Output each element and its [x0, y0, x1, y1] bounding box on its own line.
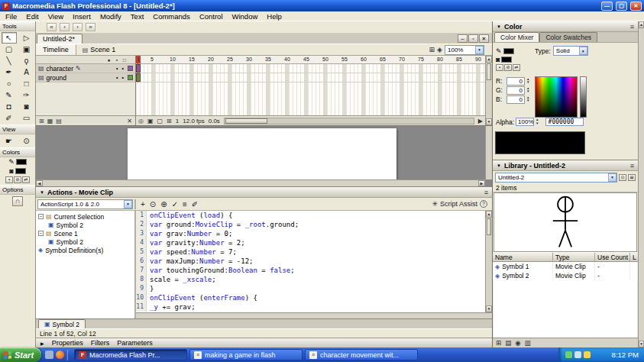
actions-panel-header[interactable]: ▼ Actions - Movie Clip ≡: [36, 187, 492, 198]
code-hscrollbar[interactable]: [136, 312, 492, 318]
no-color-icon[interactable]: ⊘: [14, 176, 21, 183]
code-line[interactable]: 9}: [136, 284, 485, 293]
code-line[interactable]: 5var speed:Number = 7;: [136, 247, 485, 257]
document-tab[interactable]: Untitled-2*: [37, 34, 83, 44]
new-library-window-icon[interactable]: ⊞: [628, 174, 636, 181]
code-line[interactable]: 3var grav:Number = 0;: [136, 229, 485, 238]
menu-text[interactable]: Text: [126, 12, 148, 21]
scroll-left-icon[interactable]: ◀: [36, 180, 43, 186]
fill-color-swatch[interactable]: [501, 57, 512, 63]
alpha-input[interactable]: 100%: [516, 118, 534, 126]
new-symbol-icon[interactable]: ⊞: [496, 339, 501, 347]
find-icon[interactable]: ⊙: [150, 200, 156, 208]
start-button[interactable]: Start: [0, 347, 41, 362]
layer-outline-color[interactable]: [128, 75, 133, 80]
code-line[interactable]: 11_y += grav;: [136, 302, 485, 312]
minimize-button[interactable]: —: [601, 2, 613, 11]
stage-vscrollbar[interactable]: [485, 126, 492, 179]
fill-type-select[interactable]: Solid ▼: [553, 46, 588, 56]
taskbar-task[interactable]: ≡character movement wit...: [305, 349, 418, 360]
menu-window[interactable]: Window: [228, 12, 263, 21]
quick-launch-icon[interactable]: [56, 351, 64, 359]
tray-icon[interactable]: [584, 351, 591, 358]
delete-item-icon[interactable]: ▥: [525, 339, 531, 347]
column-name[interactable]: Name: [493, 253, 553, 261]
new-folder-icon[interactable]: ▤: [505, 339, 511, 347]
quick-launch-icon[interactable]: [45, 351, 53, 359]
swap-colors-icon[interactable]: ⇄: [22, 176, 30, 183]
pen-tool-icon[interactable]: ✒: [2, 66, 17, 78]
script-assist-button[interactable]: ✳ Script Assist ?: [432, 200, 487, 208]
layer-name[interactable]: ground: [47, 74, 66, 82]
show-code-hint-icon[interactable]: ✐: [192, 200, 198, 208]
scroll-up-icon[interactable]: ▲: [639, 21, 644, 28]
last-frame-icon[interactable]: »: [86, 23, 95, 31]
taskbar-task[interactable]: ≡making a game in flash: [189, 349, 303, 360]
menu-modify[interactable]: Modify: [95, 12, 126, 21]
next-frame-icon[interactable]: ›: [73, 23, 83, 31]
menu-view[interactable]: View: [44, 12, 68, 21]
tab-properties[interactable]: Properties: [52, 339, 83, 347]
menu-commands[interactable]: Commands: [148, 12, 195, 21]
frame-ruler[interactable]: 151015202530354045505560657075808590: [136, 56, 485, 64]
timeline-vscrollbar[interactable]: ▲ ▼: [485, 56, 492, 125]
insert-folder-icon[interactable]: ▤: [56, 118, 62, 124]
insert-layer-icon[interactable]: ⊞: [39, 118, 44, 124]
onion-outline-icon[interactable]: ▢: [157, 118, 163, 124]
lasso-tool-icon[interactable]: ϙ: [19, 55, 34, 66]
doc-minimize-button[interactable]: –: [458, 34, 468, 43]
stage-work-area[interactable]: ◀ ▶: [36, 126, 492, 186]
layer-outline-color[interactable]: [128, 66, 133, 71]
script-editor[interactable]: 1onClipEvent (load) {2var ground:MovieCl…: [136, 211, 492, 318]
scroll-thumb[interactable]: [487, 63, 491, 80]
tab-color-swatches[interactable]: Color Swatches: [539, 32, 597, 42]
tab-color-mixer[interactable]: Color Mixer: [494, 32, 539, 42]
scroll-down-icon[interactable]: ▼: [486, 305, 492, 312]
stepper-icon[interactable]: ▲▼: [526, 87, 529, 94]
layer-name[interactable]: character: [47, 65, 73, 73]
column-type[interactable]: Type: [553, 253, 595, 261]
zoom-select[interactable]: 100% ▼: [445, 45, 484, 55]
text-tool-icon[interactable]: A: [19, 66, 34, 78]
stepper-icon[interactable]: ▲▼: [536, 118, 539, 125]
menu-file[interactable]: File: [1, 12, 21, 21]
taskbar-task[interactable]: FMacromedia Flash Pr...: [74, 349, 187, 360]
swap-colors-icon[interactable]: ⇄: [513, 64, 520, 71]
pin-library-icon[interactable]: ⊙: [619, 174, 626, 181]
scroll-down-icon[interactable]: ▼: [486, 118, 492, 125]
visibility-dot[interactable]: •: [116, 66, 118, 71]
tree-item-scene-1[interactable]: − ▤ Scene 1: [36, 229, 134, 238]
collapse-arrow-icon[interactable]: ▼: [497, 163, 501, 168]
tab-parameters[interactable]: Parameters: [117, 339, 153, 347]
edit-scene-icon[interactable]: ⊞: [429, 46, 435, 53]
selection-tool-icon[interactable]: ↖: [2, 32, 17, 44]
stroke-color-swatch[interactable]: [503, 48, 514, 54]
hand-tool-icon[interactable]: ☛: [2, 135, 17, 147]
layer-row-character[interactable]: ▤ character ✎ • •: [36, 64, 135, 73]
collapse-arrow-icon[interactable]: ▼: [497, 24, 501, 29]
panel-dock-scrollbar[interactable]: ▲ ▼: [638, 21, 644, 347]
fill-color-control[interactable]: ◙: [496, 56, 520, 63]
color-spectrum[interactable]: [535, 76, 578, 118]
panel-menu-icon[interactable]: ≡: [484, 189, 488, 196]
first-frame-icon[interactable]: «: [47, 23, 57, 31]
code-vscrollbar[interactable]: ▲ ▼: [485, 211, 492, 312]
channel-input[interactable]: 0: [506, 95, 525, 104]
close-button[interactable]: ✕: [630, 2, 642, 11]
tree-item-current-selection[interactable]: − ▤ Current Selection: [36, 212, 134, 221]
brightness-slider[interactable]: [580, 76, 587, 118]
tree-item-symbol-2[interactable]: ▣ Symbol 2: [36, 221, 134, 229]
tray-icon[interactable]: [565, 351, 572, 358]
scroll-right-icon[interactable]: ▶: [478, 118, 483, 124]
layer-row-ground[interactable]: ▤ ground • •: [36, 73, 135, 82]
stage-canvas[interactable]: [128, 128, 396, 179]
scroll-up-icon[interactable]: ▲: [486, 211, 492, 218]
scroll-down-icon[interactable]: ▼: [639, 341, 644, 347]
tab-filters[interactable]: Filters: [91, 339, 110, 347]
default-colors-icon[interactable]: ▪: [496, 64, 503, 71]
stage-hscrollbar[interactable]: ◀ ▶: [36, 179, 485, 186]
free-transform-tool-icon[interactable]: ▢: [2, 44, 17, 55]
script-tab-symbol-2[interactable]: ▣ Symbol 2: [38, 319, 86, 328]
visibility-dot[interactable]: •: [116, 75, 118, 80]
default-colors-icon[interactable]: ▪: [5, 176, 13, 183]
